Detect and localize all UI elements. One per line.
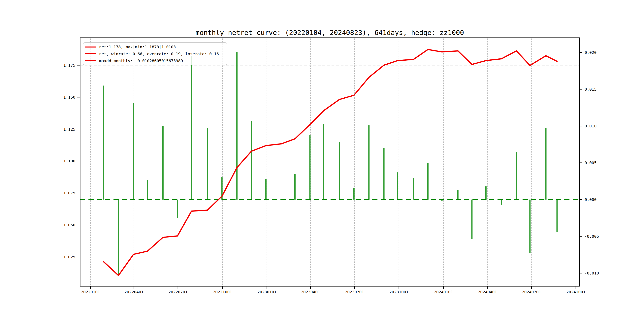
x-tick-label: 20240401	[478, 290, 497, 294]
left-tick-label: 1.125	[64, 127, 75, 132]
monthly-return-bar	[309, 135, 310, 200]
right-tick-label: 0.020	[584, 50, 596, 55]
monthly-return-bar	[368, 125, 370, 200]
left-tick-label: 1.025	[64, 254, 75, 260]
monthly-return-bar	[294, 174, 296, 200]
monthly-return-bar	[413, 178, 414, 200]
monthly-return-bar	[556, 200, 558, 232]
monthly-return-bar	[191, 56, 192, 200]
x-tick-label: 20240701	[522, 290, 541, 294]
left-tick-label: 1.050	[64, 222, 75, 228]
left-tick-label: 1.075	[64, 190, 75, 196]
monthly-return-bar	[147, 180, 148, 200]
monthly-return-bar	[162, 126, 164, 200]
right-tick-label: 0.000	[584, 197, 596, 202]
legend-red-line-swatch-icon	[85, 46, 96, 48]
monthly-return-bar	[177, 200, 178, 218]
monthly-return-bar	[457, 190, 458, 200]
legend-item-label: maxdd_monthly: -0.01028605015673989	[99, 58, 183, 63]
legend-item-label: net:1.178, max|min:1.1873|1.0103	[99, 44, 176, 49]
monthly-return-bar	[207, 128, 208, 200]
right-tick-label: -0.010	[584, 271, 599, 276]
x-tick-label: 20241001	[566, 290, 585, 294]
monthly-return-bar	[427, 163, 428, 200]
figure: 2022010120220401202207012022100120230101…	[0, 0, 644, 322]
chart-title: monthly netret curve: (20220104, 2024082…	[80, 28, 580, 36]
x-tick-label: 20221001	[213, 290, 232, 294]
x-tick-label: 20220401	[124, 290, 144, 294]
x-tick-label: 20231001	[390, 290, 408, 294]
x-tick-label: 20230401	[301, 290, 320, 294]
legend-item-label: net, winrate: 0.66, evenrate: 0.19, lose…	[99, 52, 219, 56]
monthly-return-bar	[118, 200, 119, 275]
legend: net:1.178, max|min:1.1873|1.0103 net, wi…	[83, 42, 227, 66]
right-tick-label: 0.010	[584, 124, 596, 128]
monthly-return-bar	[103, 86, 104, 200]
right-tick-label: 0.005	[584, 160, 596, 165]
monthly-return-bar	[397, 172, 398, 200]
monthly-return-bar	[339, 142, 340, 200]
left-tick-label: 1.100	[64, 158, 75, 164]
legend-red-line-swatch-icon	[85, 60, 96, 61]
right-tick-label: -0.005	[584, 234, 599, 239]
monthly-return-bar	[384, 148, 384, 200]
monthly-return-bar	[529, 200, 530, 253]
monthly-return-bar	[236, 52, 238, 200]
monthly-return-bar	[486, 186, 486, 200]
monthly-return-bar	[323, 124, 324, 200]
plot-border	[80, 38, 580, 286]
x-tick-label: 20220101	[81, 290, 100, 294]
net-line	[104, 50, 557, 276]
monthly-return-bar	[265, 179, 266, 200]
left-tick-label: 1.150	[64, 95, 75, 100]
monthly-return-bar	[354, 188, 354, 200]
legend-red-line-swatch-icon	[85, 53, 96, 54]
monthly-return-bar	[501, 200, 502, 205]
legend-item-maxdd: maxdd_monthly: -0.01028605015673989	[83, 58, 227, 64]
monthly-return-bar	[133, 103, 134, 200]
x-tick-label: 20230101	[258, 290, 276, 294]
x-tick-label: 20230701	[345, 290, 364, 294]
left-tick-label: 1.175	[64, 63, 75, 68]
monthly-return-bar	[516, 152, 517, 200]
monthly-return-bar	[251, 121, 252, 200]
legend-item-net: net:1.178, max|min:1.1873|1.0103	[83, 44, 227, 50]
monthly-return-bar	[471, 200, 472, 239]
x-tick-label: 20240101	[434, 290, 453, 294]
legend-item-winrate: net, winrate: 0.66, evenrate: 0.19, lose…	[83, 50, 227, 57]
x-tick-label: 20220701	[168, 290, 188, 294]
right-tick-label: 0.015	[584, 87, 596, 92]
monthly-return-bar	[546, 128, 546, 200]
